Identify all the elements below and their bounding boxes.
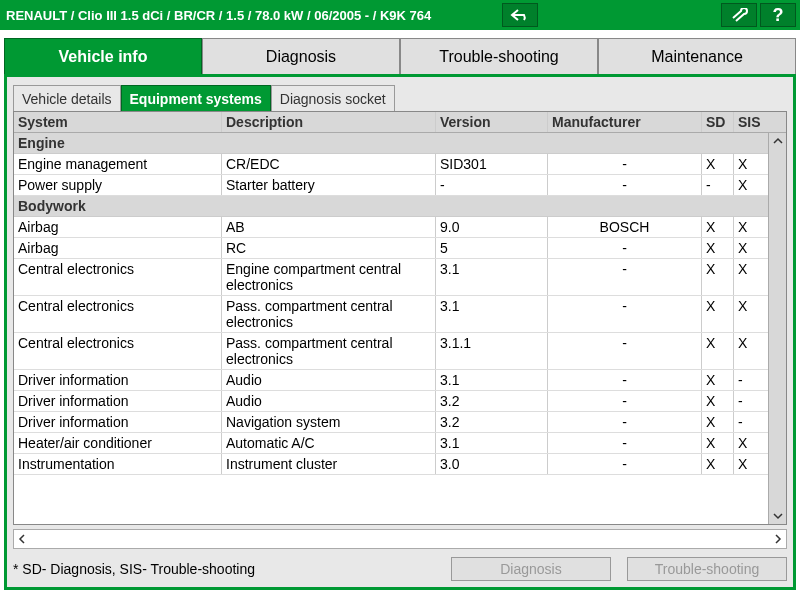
cell: Airbag bbox=[14, 217, 222, 237]
cell: - bbox=[548, 238, 702, 258]
subtab-diagnosis-socket[interactable]: Diagnosis socket bbox=[271, 85, 395, 111]
cell: X bbox=[702, 217, 734, 237]
cell: Pass. compartment central electronics bbox=[222, 333, 436, 369]
cell: BOSCH bbox=[548, 217, 702, 237]
cell: Audio bbox=[222, 391, 436, 411]
cell: - bbox=[548, 333, 702, 369]
col-manufacturer[interactable]: Manufacturer bbox=[548, 112, 702, 132]
table-header: System Description Version Manufacturer … bbox=[14, 112, 786, 133]
cell: - bbox=[548, 154, 702, 174]
cell: X bbox=[702, 412, 734, 432]
chevron-up-icon bbox=[772, 135, 784, 147]
table-row[interactable]: Driver informationNavigation system3.2-X… bbox=[14, 412, 786, 433]
cell: - bbox=[548, 370, 702, 390]
undo-arrow-icon bbox=[510, 8, 530, 22]
cell: Driver information bbox=[14, 412, 222, 432]
cell: - bbox=[734, 370, 766, 390]
tab-troubleshooting[interactable]: Trouble-shooting bbox=[400, 38, 598, 74]
cell: X bbox=[702, 433, 734, 453]
cell: - bbox=[436, 175, 548, 195]
wrench-icon bbox=[729, 8, 749, 22]
table-row[interactable]: Driver informationAudio3.2-X- bbox=[14, 391, 786, 412]
vehicle-path-title: RENAULT / Clio III 1.5 dCi / BR/CR / 1.5… bbox=[6, 8, 499, 23]
chevron-right-icon bbox=[772, 533, 784, 545]
table-row[interactable]: Power supplyStarter battery---X bbox=[14, 175, 786, 196]
group-header: Bodywork bbox=[14, 196, 786, 217]
cell: Starter battery bbox=[222, 175, 436, 195]
cell: X bbox=[734, 175, 766, 195]
footer-row: * SD- Diagnosis, SIS- Trouble-shooting D… bbox=[13, 557, 787, 581]
cell: Instrument cluster bbox=[222, 454, 436, 474]
col-version[interactable]: Version bbox=[436, 112, 548, 132]
troubleshooting-button[interactable]: Trouble-shooting bbox=[627, 557, 787, 581]
cell: - bbox=[548, 433, 702, 453]
titlebar: RENAULT / Clio III 1.5 dCi / BR/CR / 1.5… bbox=[0, 0, 800, 30]
cell: Driver information bbox=[14, 370, 222, 390]
col-description[interactable]: Description bbox=[222, 112, 436, 132]
question-icon: ? bbox=[773, 5, 784, 26]
cell: - bbox=[548, 412, 702, 432]
table-row[interactable]: Central electronicsPass. compartment cen… bbox=[14, 296, 786, 333]
cell: RC bbox=[222, 238, 436, 258]
cell: - bbox=[734, 412, 766, 432]
table-row[interactable]: Engine managementCR/EDCSID301-XX bbox=[14, 154, 786, 175]
col-sis[interactable]: SIS bbox=[734, 112, 766, 132]
cell: 5 bbox=[436, 238, 548, 258]
cell: Automatic A/C bbox=[222, 433, 436, 453]
chevron-down-icon bbox=[772, 510, 784, 522]
cell: 3.0 bbox=[436, 454, 548, 474]
tab-vehicle-info[interactable]: Vehicle info bbox=[4, 38, 202, 74]
table-row[interactable]: AirbagRC5-XX bbox=[14, 238, 786, 259]
table-row[interactable]: Heater/air conditionerAutomatic A/C3.1-X… bbox=[14, 433, 786, 454]
cell: Engine management bbox=[14, 154, 222, 174]
cell: 3.1.1 bbox=[436, 333, 548, 369]
table-body: EngineEngine managementCR/EDCSID301-XXPo… bbox=[14, 133, 786, 524]
cell: 3.1 bbox=[436, 296, 548, 332]
settings-button[interactable] bbox=[721, 3, 757, 27]
scroll-up-button[interactable] bbox=[770, 133, 786, 149]
cell: X bbox=[734, 454, 766, 474]
cell: X bbox=[702, 370, 734, 390]
cell: X bbox=[702, 238, 734, 258]
subtab-vehicle-details[interactable]: Vehicle details bbox=[13, 85, 121, 111]
cell: Heater/air conditioner bbox=[14, 433, 222, 453]
table-row[interactable]: Central electronicsPass. compartment cen… bbox=[14, 333, 786, 370]
scroll-down-button[interactable] bbox=[770, 508, 786, 524]
table-row[interactable]: InstrumentationInstrument cluster3.0-XX bbox=[14, 454, 786, 475]
table-row[interactable]: Central electronicsEngine compartment ce… bbox=[14, 259, 786, 296]
col-sd[interactable]: SD bbox=[702, 112, 734, 132]
cell: Airbag bbox=[14, 238, 222, 258]
cell: AB bbox=[222, 217, 436, 237]
tab-maintenance[interactable]: Maintenance bbox=[598, 38, 796, 74]
cell: SID301 bbox=[436, 154, 548, 174]
content-panel: Vehicle details Equipment systems Diagno… bbox=[4, 74, 796, 590]
cell: X bbox=[734, 238, 766, 258]
back-button[interactable] bbox=[502, 3, 538, 27]
cell: Navigation system bbox=[222, 412, 436, 432]
chevron-left-icon bbox=[16, 533, 28, 545]
diagnosis-button[interactable]: Diagnosis bbox=[451, 557, 611, 581]
cell: X bbox=[734, 433, 766, 453]
cell: X bbox=[734, 296, 766, 332]
cell: - bbox=[548, 175, 702, 195]
horizontal-scrollbar[interactable] bbox=[13, 529, 787, 549]
cell: X bbox=[734, 333, 766, 369]
cell: X bbox=[702, 333, 734, 369]
cell: - bbox=[548, 296, 702, 332]
cell: 3.2 bbox=[436, 412, 548, 432]
cell: Instrumentation bbox=[14, 454, 222, 474]
cell: 3.1 bbox=[436, 433, 548, 453]
help-button[interactable]: ? bbox=[760, 3, 796, 27]
cell: - bbox=[548, 454, 702, 474]
cell: X bbox=[734, 217, 766, 237]
cell: 3.1 bbox=[436, 259, 548, 295]
cell: X bbox=[702, 154, 734, 174]
tab-diagnosis[interactable]: Diagnosis bbox=[202, 38, 400, 74]
page-area: Vehicle info Diagnosis Trouble-shooting … bbox=[0, 30, 800, 594]
subtab-equipment-systems[interactable]: Equipment systems bbox=[121, 85, 271, 111]
col-system[interactable]: System bbox=[14, 112, 222, 132]
table-row[interactable]: Driver informationAudio3.1-X- bbox=[14, 370, 786, 391]
vertical-scrollbar[interactable] bbox=[768, 133, 786, 524]
table-row[interactable]: AirbagAB9.0BOSCHXX bbox=[14, 217, 786, 238]
cell: Driver information bbox=[14, 391, 222, 411]
